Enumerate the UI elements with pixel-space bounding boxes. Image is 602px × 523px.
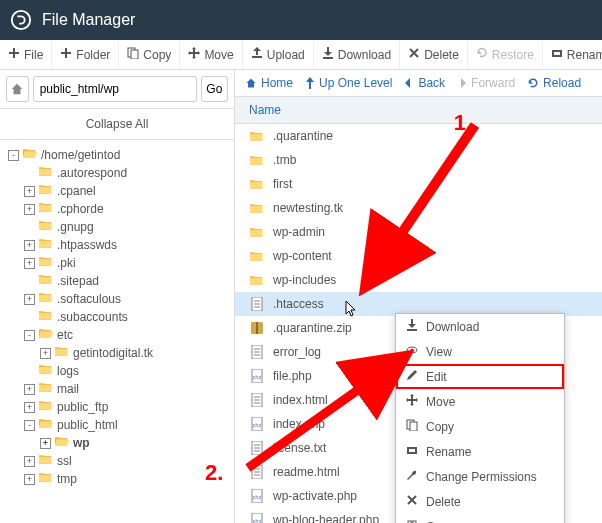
tree-toggle[interactable]: + [24,402,35,413]
tree-item[interactable]: +getintodigital.tk [4,344,230,362]
file-row[interactable]: .tmb [235,148,602,172]
context-label: Delete [426,495,461,509]
file-row[interactable]: wp-admin [235,220,602,244]
folder-icon [39,418,53,432]
context-label: View [426,345,452,359]
tree-item[interactable]: logs [4,362,230,380]
context-rename[interactable]: Rename [396,439,564,464]
path-input[interactable] [33,76,197,102]
file-row[interactable]: wp-includes [235,268,602,292]
folder-icon [249,249,265,263]
context-label: Download [426,320,479,334]
tree-item[interactable]: +.cpanel [4,182,230,200]
toolbar-move-button[interactable]: Move [180,40,242,69]
tree-toggle[interactable]: + [24,204,35,215]
folder-icon [249,129,265,143]
nav-forward: Forward [457,76,515,90]
collapse-all-button[interactable]: Collapse All [0,109,234,140]
tree-toggle[interactable]: + [24,474,35,485]
tree-toggle[interactable]: + [24,456,35,467]
tree-item[interactable]: +.pki [4,254,230,272]
tree-spacer [24,222,35,233]
home-button[interactable] [6,76,29,102]
toolbar-file-button[interactable]: File [0,40,52,69]
toolbar-rename-button[interactable]: Rename [543,40,602,69]
svg-rect-38 [410,422,417,431]
folder-icon [39,292,53,306]
column-header-name[interactable]: Name [235,97,602,124]
tree-item[interactable]: +.softaculous [4,290,230,308]
tree-toggle[interactable]: + [40,438,51,449]
tree-item[interactable]: -public_html [4,416,230,434]
tree-item[interactable]: +mail [4,380,230,398]
tree-item[interactable]: .gnupg [4,218,230,236]
context-move[interactable]: Move [396,389,564,414]
toolbar-delete-button[interactable]: Delete [400,40,468,69]
delete-icon [406,494,418,509]
go-button[interactable]: Go [201,76,228,102]
nav-reload[interactable]: Reload [527,76,581,90]
tree-label: wp [73,436,90,450]
file-name: .tmb [273,153,296,167]
nav-back[interactable]: Back [404,76,445,90]
nav-up[interactable]: Up One Level [305,76,392,90]
tree-toggle[interactable]: + [24,186,35,197]
php-icon: php [249,417,265,431]
tree-item[interactable]: +ssl [4,452,230,470]
folder-icon [39,238,53,252]
tree-toggle[interactable]: + [24,258,35,269]
app-title: File Manager [42,11,135,29]
context-view[interactable]: View [396,339,564,364]
tree-toggle[interactable]: + [24,294,35,305]
toolbar-label: Upload [267,48,305,62]
toolbar-folder-button[interactable]: Folder [52,40,119,69]
tree-toggle[interactable]: - [8,150,19,161]
tree-toggle[interactable]: - [24,420,35,431]
file-panel: Home Up One Level Back Forward Reload Na… [235,70,602,523]
file-row[interactable]: .quarantine [235,124,602,148]
toolbar-upload-button[interactable]: Upload [243,40,314,69]
context-edit[interactable]: Edit [396,364,564,389]
tree-item[interactable]: +.htpasswds [4,236,230,254]
folder-icon [249,177,265,191]
tree-label: getintodigital.tk [73,346,153,360]
context-label: Rename [426,445,471,459]
context-copy[interactable]: Copy [396,414,564,439]
eye-icon [406,344,418,359]
tree-item[interactable]: .sitepad [4,272,230,290]
toolbar-copy-button[interactable]: Copy [119,40,180,69]
file-row[interactable]: first [235,172,602,196]
tree-label: .subaccounts [57,310,128,324]
tree-toggle[interactable]: + [24,240,35,251]
nav-home[interactable]: Home [245,76,293,90]
up-icon [305,77,315,89]
file-name: wp-activate.php [273,489,357,503]
tree-toggle[interactable]: + [40,348,51,359]
tree-item[interactable]: +public_ftp [4,398,230,416]
tree-item[interactable]: -/home/getintod [4,146,230,164]
file-row[interactable]: newtesting.tk [235,196,602,220]
tree-item[interactable]: .subaccounts [4,308,230,326]
context-download[interactable]: Download [396,314,564,339]
tree-toggle[interactable]: - [24,330,35,341]
tree-item[interactable]: -etc [4,326,230,344]
folder-icon [39,274,53,288]
tree-item[interactable]: +.cphorde [4,200,230,218]
file-row[interactable]: wp-content [235,244,602,268]
toolbar-download-button[interactable]: Download [314,40,400,69]
svg-rect-40 [409,449,415,452]
tree-item[interactable]: +wp [4,434,230,452]
context-compress[interactable]: Compress [396,514,564,523]
toolbar-restore-button: Restore [468,40,543,69]
tree-item[interactable]: .autorespond [4,164,230,182]
folder-icon [39,166,53,180]
folder-icon [39,382,53,396]
tree-item[interactable]: +tmp [4,470,230,488]
svg-rect-4 [554,52,560,55]
tree-label: tmp [57,472,77,486]
context-delete[interactable]: Delete [396,489,564,514]
download-icon [406,319,418,334]
context-change-permissions[interactable]: Change Permissions [396,464,564,489]
toolbar-label: Folder [76,48,110,62]
tree-toggle[interactable]: + [24,384,35,395]
